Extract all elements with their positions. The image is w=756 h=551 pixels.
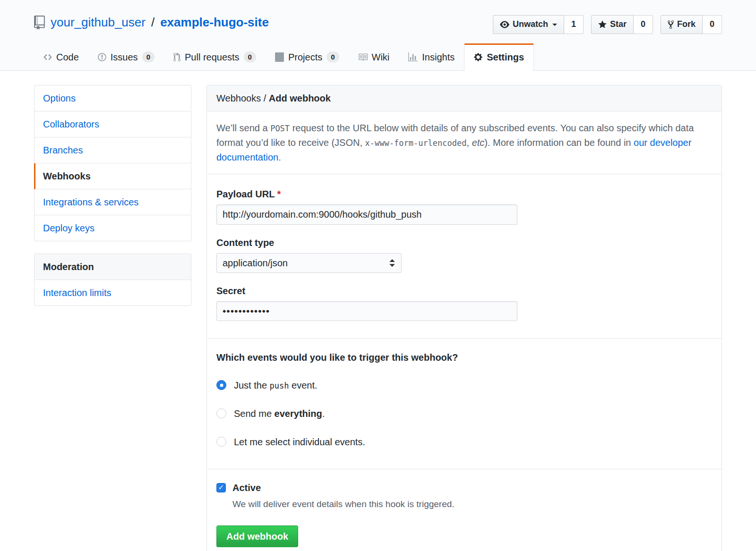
gear-icon (474, 52, 482, 62)
tab-settings[interactable]: Settings (464, 43, 534, 71)
tab-settings-label: Settings (487, 51, 524, 63)
required-asterisk: * (277, 189, 281, 199)
sidebar-item-options[interactable]: Options (34, 85, 191, 111)
webhook-intro-text: We’ll send a POST request to the URL bel… (216, 121, 712, 164)
radio-just-push-label[interactable]: Just the push event. (234, 378, 318, 392)
urlencoded-code-text: x-www-form-urlencoded (365, 138, 467, 148)
event-option-push: Just the push event. (216, 378, 712, 392)
active-note: We will deliver event details when this … (232, 498, 712, 511)
wiki-book-icon (358, 52, 368, 62)
payload-url-group: Payload URL * (216, 188, 712, 225)
repo-name-link[interactable]: example-hugo-site (160, 13, 269, 32)
tab-wiki[interactable]: Wiki (349, 43, 399, 70)
payload-url-input[interactable] (216, 204, 517, 225)
sidebar-item-branches[interactable]: Branches (34, 137, 191, 163)
repo-owner-link[interactable]: your_github_user (51, 13, 146, 32)
radio-everything-label[interactable]: Send me everything. (234, 407, 325, 421)
radio-everything[interactable] (216, 408, 226, 418)
repo-nav: Code Issues 0 Pull requests 0 Projects 0… (34, 43, 722, 70)
add-webhook-panel: Webhooks / Add webhook We’ll send a POST… (206, 85, 722, 551)
star-button[interactable]: Star (591, 15, 634, 34)
content-type-select[interactable]: application/json (216, 253, 402, 273)
watch-count[interactable]: 1 (564, 15, 584, 34)
tab-issues[interactable]: Issues 0 (88, 43, 164, 70)
tab-pull-requests[interactable]: Pull requests 0 (164, 43, 266, 70)
payload-url-label: Payload URL * (216, 188, 712, 200)
sidebar-item-collaborators[interactable]: Collaborators (34, 111, 191, 137)
pull-requests-counter: 0 (244, 51, 256, 63)
content-type-select-wrap: application/json (216, 253, 402, 273)
tab-projects-label: Projects (288, 51, 322, 63)
active-checkbox[interactable] (216, 483, 226, 492)
secret-group: Secret (216, 285, 712, 321)
settings-menu: Options Collaborators Branches Webhooks … (34, 85, 191, 241)
tab-wiki-label: Wiki (372, 51, 390, 63)
tab-pull-requests-label: Pull requests (185, 51, 240, 63)
sidebar-item-deploy-keys[interactable]: Deploy keys (34, 215, 191, 241)
star-icon (598, 20, 607, 29)
event-option-individual: Let me select individual events. (216, 435, 712, 449)
graph-icon (408, 52, 418, 62)
content-type-label: Content type (216, 237, 712, 248)
tab-insights[interactable]: Insights (399, 43, 464, 70)
caret-down-icon (552, 24, 557, 28)
active-label[interactable]: Active (232, 481, 261, 495)
tab-projects[interactable]: Projects 0 (266, 43, 349, 70)
code-icon (43, 52, 52, 62)
tab-issues-label: Issues (111, 51, 138, 63)
post-code-text: POST (270, 124, 290, 133)
repo-title: your_github_user / example-hugo-site (34, 13, 269, 32)
radio-just-push[interactable] (216, 380, 226, 390)
eye-icon (500, 20, 509, 29)
star-button-group: Star 0 (591, 15, 653, 34)
fork-button[interactable]: Fork (661, 15, 703, 34)
radio-individual-label[interactable]: Let me select individual events. (234, 435, 365, 449)
settings-sidebar: Options Collaborators Branches Webhooks … (34, 85, 191, 318)
watch-button-group: Unwatch 1 (493, 15, 584, 34)
fork-button-group: Fork 0 (661, 15, 722, 34)
breadcrumb-separator: / (261, 93, 269, 103)
events-question: Which events would you like to trigger t… (216, 352, 712, 363)
sidebar-item-interaction-limits[interactable]: Interaction limits (34, 280, 191, 305)
active-checkbox-row: Active (216, 481, 712, 495)
projects-counter: 0 (326, 51, 339, 63)
unwatch-label: Unwatch (513, 19, 548, 30)
sidebar-item-integrations[interactable]: Integrations & services (34, 189, 191, 215)
repo-separator: / (151, 13, 155, 32)
moderation-menu: Moderation Interaction limits (34, 254, 191, 306)
repo-title-row: your_github_user / example-hugo-site Unw… (34, 13, 722, 34)
fork-count[interactable]: 0 (703, 15, 722, 34)
breadcrumb-current: Add webhook (269, 93, 331, 103)
add-webhook-button[interactable]: Add webhook (216, 526, 298, 547)
webhook-form-section: Payload URL * Content type application/j… (207, 174, 722, 339)
fork-icon (668, 20, 674, 29)
tab-code-label: Code (56, 51, 79, 63)
secret-input[interactable] (216, 301, 517, 321)
event-option-everything: Send me everything. (216, 407, 712, 421)
issues-counter: 0 (142, 51, 155, 63)
star-count[interactable]: 0 (634, 15, 653, 34)
moderation-menu-header: Moderation (34, 254, 191, 280)
activate-section: Active We will deliver event details whe… (207, 469, 722, 551)
page-header: your_github_user / example-hugo-site Unw… (0, 0, 756, 71)
repo-book-icon (34, 16, 45, 30)
pagehead-actions: Unwatch 1 Star 0 Fork (493, 13, 722, 34)
pull-request-icon (173, 52, 180, 62)
content-type-group: Content type application/json (216, 237, 712, 273)
tab-insights-label: Insights (422, 51, 455, 63)
sidebar-item-webhooks[interactable]: Webhooks (34, 163, 191, 189)
breadcrumb-webhooks-link[interactable]: Webhooks (216, 93, 261, 103)
tab-code[interactable]: Code (34, 43, 88, 70)
events-section: Which events would you like to trigger t… (207, 339, 722, 469)
breadcrumb: Webhooks / Add webhook (207, 85, 722, 111)
webhook-intro-section: We’ll send a POST request to the URL bel… (207, 111, 722, 174)
issue-icon (98, 52, 106, 62)
star-label: Star (610, 19, 627, 30)
fork-label: Fork (677, 19, 696, 30)
main-layout: Options Collaborators Branches Webhooks … (34, 85, 722, 551)
secret-label: Secret (216, 285, 712, 297)
radio-individual[interactable] (216, 437, 226, 447)
project-icon (275, 52, 284, 62)
unwatch-button[interactable]: Unwatch (493, 15, 564, 34)
